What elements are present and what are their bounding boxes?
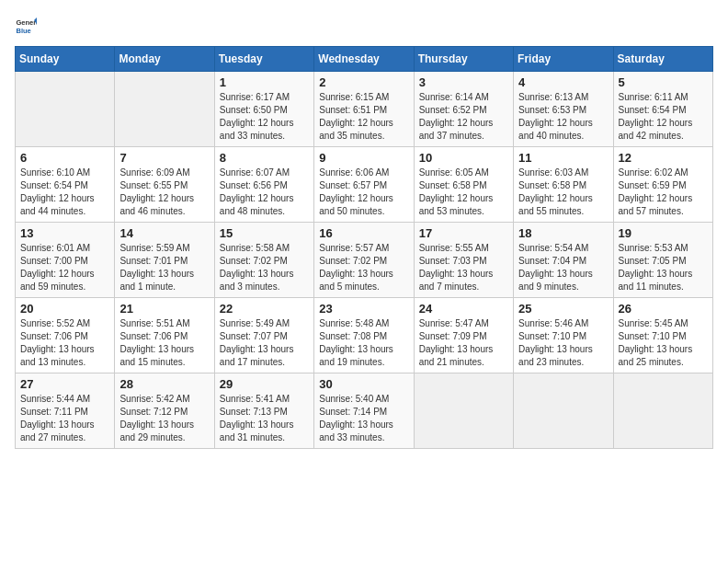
day-info: Sunrise: 5:57 AM Sunset: 7:02 PM Dayligh… — [319, 242, 408, 293]
calendar-cell — [514, 373, 613, 449]
day-number: 28 — [119, 377, 209, 391]
day-number: 20 — [20, 302, 109, 316]
day-info: Sunrise: 6:11 AM Sunset: 6:54 PM Dayligh… — [619, 91, 708, 143]
calendar-cell: 1Sunrise: 6:17 AM Sunset: 6:50 PM Daylig… — [214, 72, 313, 147]
day-number: 16 — [319, 226, 408, 240]
day-number: 9 — [319, 151, 408, 165]
calendar-cell: 20Sunrise: 5:52 AM Sunset: 7:06 PM Dayli… — [16, 298, 115, 373]
weekday-header-monday: Monday — [115, 47, 214, 72]
calendar-cell: 12Sunrise: 6:02 AM Sunset: 6:59 PM Dayli… — [613, 147, 712, 223]
calendar-cell: 22Sunrise: 5:49 AM Sunset: 7:07 PM Dayli… — [214, 298, 313, 373]
day-number: 25 — [518, 302, 608, 316]
day-number: 17 — [419, 226, 508, 240]
day-info: Sunrise: 5:54 AM Sunset: 7:04 PM Dayligh… — [518, 242, 608, 293]
calendar-cell: 3Sunrise: 6:14 AM Sunset: 6:52 PM Daylig… — [414, 72, 513, 147]
calendar-cell: 8Sunrise: 6:07 AM Sunset: 6:56 PM Daylig… — [214, 147, 313, 223]
day-info: Sunrise: 6:06 AM Sunset: 6:57 PM Dayligh… — [319, 167, 408, 218]
calendar-cell: 7Sunrise: 6:09 AM Sunset: 6:55 PM Daylig… — [115, 147, 214, 223]
header: General Blue — [15, 15, 713, 37]
weekday-header-friday: Friday — [514, 47, 613, 72]
day-info: Sunrise: 5:55 AM Sunset: 7:03 PM Dayligh… — [419, 242, 508, 293]
calendar-cell: 26Sunrise: 5:45 AM Sunset: 7:10 PM Dayli… — [613, 298, 712, 373]
weekday-header-saturday: Saturday — [613, 47, 712, 72]
calendar-table: SundayMondayTuesdayWednesdayThursdayFrid… — [15, 46, 713, 449]
day-info: Sunrise: 5:41 AM Sunset: 7:13 PM Dayligh… — [220, 393, 309, 444]
calendar-cell: 9Sunrise: 6:06 AM Sunset: 6:57 PM Daylig… — [314, 147, 414, 223]
day-info: Sunrise: 5:46 AM Sunset: 7:10 PM Dayligh… — [518, 317, 608, 369]
calendar-cell: 23Sunrise: 5:48 AM Sunset: 7:08 PM Dayli… — [314, 298, 414, 373]
day-info: Sunrise: 6:03 AM Sunset: 6:58 PM Dayligh… — [518, 167, 608, 218]
day-info: Sunrise: 6:10 AM Sunset: 6:54 PM Dayligh… — [20, 167, 109, 218]
day-info: Sunrise: 5:48 AM Sunset: 7:08 PM Dayligh… — [319, 317, 408, 369]
calendar-cell: 4Sunrise: 6:13 AM Sunset: 6:53 PM Daylig… — [514, 72, 613, 147]
calendar-week-row: 13Sunrise: 6:01 AM Sunset: 7:00 PM Dayli… — [16, 223, 713, 298]
day-info: Sunrise: 5:49 AM Sunset: 7:07 PM Dayligh… — [220, 317, 309, 369]
day-info: Sunrise: 5:42 AM Sunset: 7:12 PM Dayligh… — [119, 393, 209, 444]
svg-text:General: General — [17, 18, 38, 27]
day-number: 27 — [20, 377, 109, 391]
day-number: 1 — [220, 75, 309, 89]
day-info: Sunrise: 6:09 AM Sunset: 6:55 PM Dayligh… — [119, 167, 209, 218]
day-number: 6 — [20, 151, 109, 165]
day-number: 8 — [220, 151, 309, 165]
day-info: Sunrise: 6:17 AM Sunset: 6:50 PM Dayligh… — [220, 91, 309, 143]
day-info: Sunrise: 5:44 AM Sunset: 7:11 PM Dayligh… — [20, 393, 109, 444]
day-info: Sunrise: 5:40 AM Sunset: 7:14 PM Dayligh… — [319, 393, 408, 444]
day-number: 5 — [619, 75, 708, 89]
logo-icon: General Blue — [15, 15, 37, 37]
calendar-cell: 21Sunrise: 5:51 AM Sunset: 7:06 PM Dayli… — [115, 298, 214, 373]
day-info: Sunrise: 6:14 AM Sunset: 6:52 PM Dayligh… — [419, 91, 508, 143]
calendar-cell: 10Sunrise: 6:05 AM Sunset: 6:58 PM Dayli… — [414, 147, 513, 223]
day-number: 30 — [319, 377, 408, 391]
day-info: Sunrise: 5:45 AM Sunset: 7:10 PM Dayligh… — [619, 317, 708, 369]
calendar-cell — [115, 72, 214, 147]
calendar-cell: 19Sunrise: 5:53 AM Sunset: 7:05 PM Dayli… — [613, 223, 712, 298]
day-number: 22 — [220, 302, 309, 316]
calendar-cell — [414, 373, 513, 449]
day-info: Sunrise: 5:47 AM Sunset: 7:09 PM Dayligh… — [419, 317, 508, 369]
day-info: Sunrise: 5:59 AM Sunset: 7:01 PM Dayligh… — [119, 242, 209, 293]
calendar-cell: 16Sunrise: 5:57 AM Sunset: 7:02 PM Dayli… — [314, 223, 414, 298]
day-number: 11 — [518, 151, 608, 165]
calendar-cell: 17Sunrise: 5:55 AM Sunset: 7:03 PM Dayli… — [414, 223, 513, 298]
day-number: 13 — [20, 226, 109, 240]
calendar-cell: 24Sunrise: 5:47 AM Sunset: 7:09 PM Dayli… — [414, 298, 513, 373]
day-number: 12 — [619, 151, 708, 165]
calendar-cell: 30Sunrise: 5:40 AM Sunset: 7:14 PM Dayli… — [314, 373, 414, 449]
calendar-cell: 11Sunrise: 6:03 AM Sunset: 6:58 PM Dayli… — [514, 147, 613, 223]
day-info: Sunrise: 6:07 AM Sunset: 6:56 PM Dayligh… — [220, 167, 309, 218]
day-number: 2 — [319, 75, 408, 89]
calendar-week-row: 6Sunrise: 6:10 AM Sunset: 6:54 PM Daylig… — [16, 147, 713, 223]
day-number: 14 — [119, 226, 209, 240]
calendar-cell: 2Sunrise: 6:15 AM Sunset: 6:51 PM Daylig… — [314, 72, 414, 147]
day-number: 18 — [518, 226, 608, 240]
day-info: Sunrise: 6:01 AM Sunset: 7:00 PM Dayligh… — [20, 242, 109, 293]
calendar-week-row: 27Sunrise: 5:44 AM Sunset: 7:11 PM Dayli… — [16, 373, 713, 449]
weekday-header-sunday: Sunday — [16, 47, 115, 72]
calendar-cell: 27Sunrise: 5:44 AM Sunset: 7:11 PM Dayli… — [16, 373, 115, 449]
weekday-header-thursday: Thursday — [414, 47, 513, 72]
day-number: 23 — [319, 302, 408, 316]
calendar-cell: 28Sunrise: 5:42 AM Sunset: 7:12 PM Dayli… — [115, 373, 214, 449]
calendar-week-row: 1Sunrise: 6:17 AM Sunset: 6:50 PM Daylig… — [16, 72, 713, 147]
day-number: 24 — [419, 302, 508, 316]
calendar-week-row: 20Sunrise: 5:52 AM Sunset: 7:06 PM Dayli… — [16, 298, 713, 373]
day-number: 29 — [220, 377, 309, 391]
day-number: 4 — [518, 75, 608, 89]
day-info: Sunrise: 6:13 AM Sunset: 6:53 PM Dayligh… — [518, 91, 608, 143]
day-number: 19 — [619, 226, 708, 240]
calendar-cell: 6Sunrise: 6:10 AM Sunset: 6:54 PM Daylig… — [16, 147, 115, 223]
day-number: 7 — [119, 151, 209, 165]
calendar-cell: 25Sunrise: 5:46 AM Sunset: 7:10 PM Dayli… — [514, 298, 613, 373]
day-number: 10 — [419, 151, 508, 165]
calendar-cell: 18Sunrise: 5:54 AM Sunset: 7:04 PM Dayli… — [514, 223, 613, 298]
day-number: 15 — [220, 226, 309, 240]
calendar-cell: 29Sunrise: 5:41 AM Sunset: 7:13 PM Dayli… — [214, 373, 313, 449]
weekday-header-row: SundayMondayTuesdayWednesdayThursdayFrid… — [16, 47, 713, 72]
calendar-cell — [613, 373, 712, 449]
logo: General Blue — [15, 15, 40, 37]
day-info: Sunrise: 5:52 AM Sunset: 7:06 PM Dayligh… — [20, 317, 109, 369]
calendar-cell: 15Sunrise: 5:58 AM Sunset: 7:02 PM Dayli… — [214, 223, 313, 298]
calendar-cell: 14Sunrise: 5:59 AM Sunset: 7:01 PM Dayli… — [115, 223, 214, 298]
calendar-cell — [16, 72, 115, 147]
